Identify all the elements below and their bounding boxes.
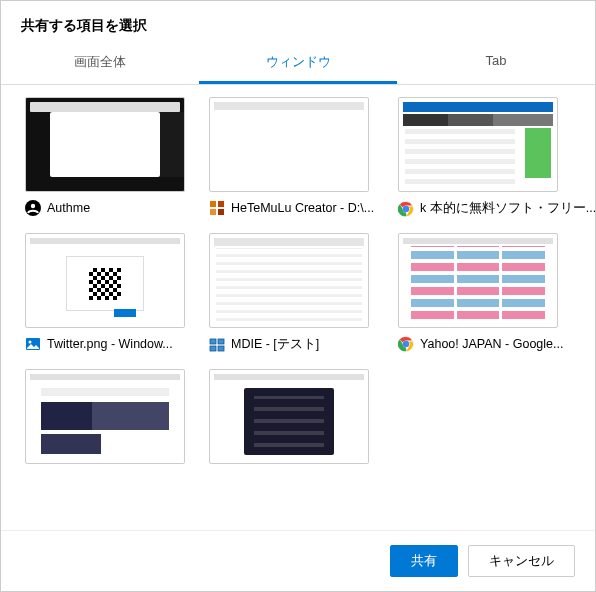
window-label: HeTeMuLu Creator - D:\... xyxy=(231,201,374,215)
window-item-mdie[interactable]: MDIE - [テスト] xyxy=(209,233,374,353)
svg-rect-3 xyxy=(218,201,224,207)
share-dialog: 共有する項目を選択 画面全体 ウィンドウ Tab Authme xyxy=(0,0,596,592)
hetemulu-icon xyxy=(209,200,225,216)
window-label: MDIE - [テスト] xyxy=(231,336,319,353)
svg-rect-2 xyxy=(210,201,216,207)
thumbnail xyxy=(398,97,558,192)
thumbnail xyxy=(25,233,185,328)
chrome-icon xyxy=(398,201,414,217)
svg-rect-4 xyxy=(210,209,216,215)
svg-rect-12 xyxy=(218,339,224,344)
thumbnail xyxy=(25,97,185,192)
thumbnail xyxy=(209,233,369,328)
window-label: Twitter.png - Window... xyxy=(47,337,173,351)
window-item-hetemulu[interactable]: HeTeMuLu Creator - D:\... xyxy=(209,97,374,217)
dialog-footer: 共有 キャンセル xyxy=(1,530,595,591)
tab-tab[interactable]: Tab xyxy=(397,43,595,84)
window-label: Yahoo! JAPAN - Google... xyxy=(420,337,563,351)
photos-icon xyxy=(25,336,41,352)
authme-icon xyxy=(25,200,41,216)
svg-point-16 xyxy=(403,341,409,347)
svg-rect-5 xyxy=(218,209,224,215)
tab-entire-screen[interactable]: 画面全体 xyxy=(1,43,199,84)
window-item-8[interactable] xyxy=(209,369,374,488)
share-button[interactable]: 共有 xyxy=(390,545,458,577)
thumbnail xyxy=(209,97,369,192)
svg-point-8 xyxy=(404,206,409,211)
window-label: Authme xyxy=(47,201,90,215)
svg-point-1 xyxy=(31,204,35,208)
window-list[interactable]: Authme HeTeMuLu Creator - D:\... xyxy=(1,85,595,530)
chrome-icon xyxy=(398,336,414,352)
window-item-yahoo[interactable]: Yahoo! JAPAN - Google... xyxy=(398,233,595,353)
thumbnail xyxy=(398,233,558,328)
dialog-header: 共有する項目を選択 xyxy=(1,1,595,43)
cancel-button[interactable]: キャンセル xyxy=(468,545,575,577)
window-label: k 本的に無料ソフト・フリー... xyxy=(420,200,595,217)
window-item-freesoft[interactable]: k 本的に無料ソフト・フリー... xyxy=(398,97,595,217)
window-item-7[interactable] xyxy=(25,369,185,488)
svg-rect-11 xyxy=(210,339,216,344)
svg-rect-14 xyxy=(218,346,224,351)
window-item-authme[interactable]: Authme xyxy=(25,97,185,217)
thumbnail xyxy=(25,369,185,464)
window-item-twitter-png[interactable]: Twitter.png - Window... xyxy=(25,233,185,353)
tab-bar: 画面全体 ウィンドウ Tab xyxy=(1,43,595,85)
tab-window[interactable]: ウィンドウ xyxy=(199,43,397,84)
dialog-title: 共有する項目を選択 xyxy=(21,17,575,35)
mdie-icon xyxy=(209,337,225,353)
svg-rect-13 xyxy=(210,346,216,351)
thumbnail xyxy=(209,369,369,464)
svg-point-10 xyxy=(29,341,32,344)
